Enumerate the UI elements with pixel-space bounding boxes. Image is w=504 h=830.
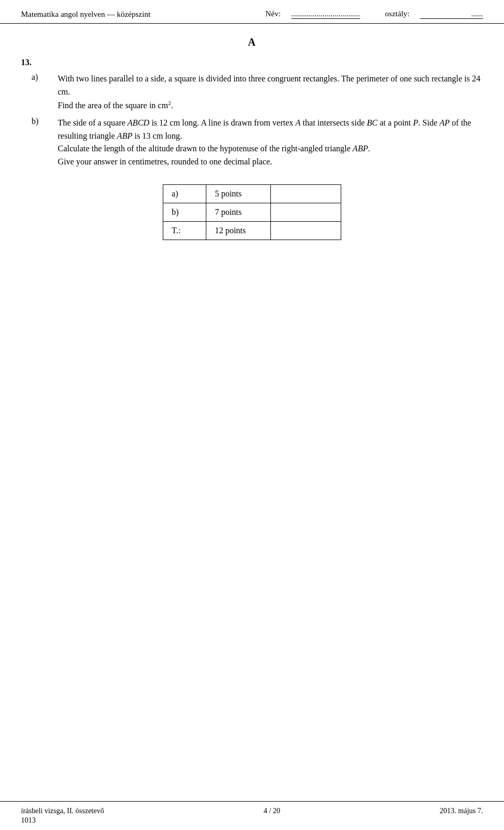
problem-13: 13. a) With two lines parallel to a side… (21, 58, 483, 169)
scoring-label-1: b) (163, 203, 206, 221)
osztaly-label: osztály: (385, 9, 410, 19)
section-heading: A (21, 36, 483, 48)
scoring-label-0: a) (163, 184, 206, 203)
scoring-blank-0 (271, 184, 341, 203)
part-b-text-main: The side of a square ABCD is 12 cm long.… (58, 118, 471, 140)
header-left: Matematika angol nyelven — középszint (21, 10, 151, 19)
nev-label: Név: (265, 9, 280, 19)
header-nev-line: Név: ...................................… (265, 9, 483, 19)
part-b-BC: BC (367, 118, 377, 127)
scoring-blank-1 (271, 203, 341, 221)
part-b-text: The side of a square ABCD is 12 cm long.… (58, 117, 483, 169)
part-a-label: a) (32, 72, 58, 82)
page-header: Matematika angol nyelven — középszint Né… (0, 0, 504, 24)
scoring-blank-2 (271, 221, 341, 240)
part-b-AP: AP (439, 118, 450, 127)
scoring-points-2: 12 points (206, 221, 271, 240)
part-b-P: P (413, 118, 418, 127)
header-subject: Matematika angol nyelven — középszint (21, 10, 151, 18)
part-a-text-3: . (171, 101, 173, 110)
part-a-text-2: Find the area of the square in cm (58, 101, 168, 110)
footer-date: 2013. május 7. (440, 807, 483, 815)
scoring-row-1: b)7 points (163, 203, 341, 221)
scoring-table-wrapper: a)5 pointsb)7 pointsT.:12 points (21, 184, 483, 240)
scoring-points-1: 7 points (206, 203, 271, 221)
part-b-block: b) The side of a square ABCD is 12 cm lo… (21, 117, 483, 169)
scoring-row-0: a)5 points (163, 184, 341, 203)
part-b-ABP2: ABP (353, 144, 368, 153)
footer-left: írásbeli vizsga, II. összetevő 1013 (21, 807, 104, 825)
footer-line1: írásbeli vizsga, II. összetevő (21, 807, 104, 815)
part-b-A: A (296, 118, 301, 127)
scoring-table: a)5 pointsb)7 pointsT.:12 points (163, 184, 341, 240)
scoring-label-2: T.: (163, 221, 206, 240)
problem-number: 13. (21, 58, 47, 67)
header-right: Név: ...................................… (265, 9, 483, 19)
footer-page: 4 / 20 (264, 807, 280, 815)
scoring-points-0: 5 points (206, 184, 271, 203)
part-a-text-1: With two lines parallel to a side, a squ… (58, 74, 480, 96)
part-b-answer-instruction: Give your answer in centimetres, rounded… (58, 157, 272, 166)
part-a-block: a) With two lines parallel to a side, a … (21, 72, 483, 112)
footer-line2: 1013 (21, 816, 104, 825)
scoring-row-2: T.:12 points (163, 221, 341, 240)
problem-number-row: 13. (21, 58, 483, 67)
nev-dots: ................................... (291, 9, 360, 19)
part-b-calc-text: Calculate the length of the altitude dra… (58, 144, 370, 153)
osztaly-dots: ...... (420, 9, 483, 19)
part-b-label: b) (32, 117, 58, 126)
part-b-ABP: ABP (117, 131, 132, 140)
page-footer: írásbeli vizsga, II. összetevő 1013 4 / … (0, 801, 504, 830)
main-content: A 13. a) With two lines parallel to a si… (0, 24, 504, 261)
part-a-text: With two lines parallel to a side, a squ… (58, 72, 483, 112)
part-b-abcd: ABCD (128, 118, 150, 127)
